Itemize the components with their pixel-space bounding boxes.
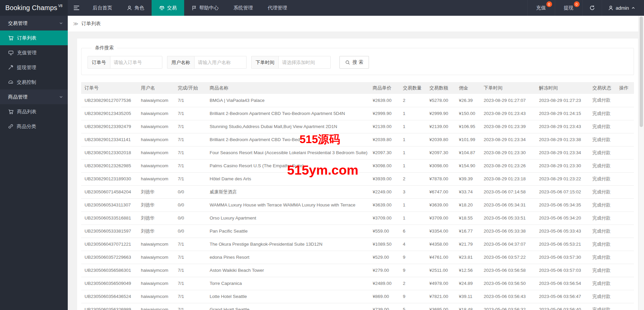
sidebar-item-trade-control[interactable]: 交易控制 xyxy=(0,75,68,89)
table-row: UB2308290127077536haiwaiymcom7/1BMGA | V… xyxy=(81,94,634,107)
cell-action xyxy=(616,146,634,159)
nav-item-agent[interactable]: 代理管理 xyxy=(260,0,294,16)
cell-qty: 5 xyxy=(399,303,426,310)
cell-done_start: 7/1 xyxy=(174,290,206,303)
cell-commission: ¥18.48 xyxy=(455,303,480,310)
table-row: UB2305060533516881刘德华0/0Orso Luxury Apar… xyxy=(81,211,634,225)
orders-table: 订单号用户名完成/开始商品名称商品单价交易数量交易数额佣金下单时间解冻时间交易状… xyxy=(81,82,634,310)
cell-unit_price: ¥3709.00 xyxy=(369,211,399,225)
order-time-input[interactable] xyxy=(279,56,331,69)
cell-product: Pan Pacific Seattle xyxy=(206,225,369,238)
top-nav: 后台首页角色交易帮助中心系统管理代理管理 xyxy=(85,0,294,16)
nav-item-label: 后台首页 xyxy=(93,5,112,11)
table-row: UB2308290123302018haiwaiymcom7/1Four Sea… xyxy=(81,146,634,159)
cell-qty: 1 xyxy=(399,120,426,133)
cell-status: 完成付款 xyxy=(589,133,616,146)
cell-action xyxy=(616,211,634,225)
cell-unfreeze_time: 2023-05-06 03:56:40 xyxy=(536,303,589,310)
flag-icon xyxy=(192,5,197,11)
cell-unit_price: ¥3939.00 xyxy=(369,172,399,185)
cell-order_time: 2023-05-06 03:56:50 xyxy=(480,277,536,290)
sidebar-item-label: 商品分类 xyxy=(17,123,36,130)
app-logo-version: V8 xyxy=(58,4,63,8)
user-icon xyxy=(608,5,613,11)
withdraw-quick-button[interactable]: 提现0 xyxy=(555,0,582,16)
sidebar-item-product-list[interactable]: 商品列表 xyxy=(0,104,68,119)
cell-qty: 4 xyxy=(399,238,426,251)
sidebar-section-trade-mgmt[interactable]: 交易管理 xyxy=(0,16,68,30)
cell-commission: ¥33.74 xyxy=(455,185,480,198)
cell-product: Grand Hyatt Seattle xyxy=(206,303,369,310)
sidebar-item-withdraw-mgmt[interactable]: 提现管理 xyxy=(0,60,68,75)
cell-status: 完成付款 xyxy=(589,225,616,238)
cell-order_time: 2023-05-06 03:57:22 xyxy=(480,251,536,264)
cell-commission: ¥12.56 xyxy=(455,264,480,277)
cell-unfreeze_time: 2023-05-06 03:57:03 xyxy=(536,264,589,277)
cell-done_start: 7/1 xyxy=(174,146,206,159)
cell-amount: ¥6747.00 xyxy=(426,185,455,198)
table-row: UB2305060534311307刘德华0/0WAMMA Luxury Hou… xyxy=(81,198,634,211)
cell-product: 威廉斯堡酒店 xyxy=(206,185,369,198)
cell-unit_price: ¥2249.00 xyxy=(369,185,399,198)
cell-qty: 1 xyxy=(399,146,426,159)
cell-order_time: 2023-05-06 03:56:32 xyxy=(480,303,536,310)
cell-commission: ¥18.55 xyxy=(455,211,480,225)
user-menu[interactable]: admin xyxy=(602,0,642,16)
cell-qty: 2 xyxy=(399,172,426,185)
vertical-scrollbar[interactable] xyxy=(638,16,644,310)
col-header-done_start: 完成/开始 xyxy=(174,82,206,94)
col-header-order_time: 下单时间 xyxy=(480,82,536,94)
cell-amount: ¥3695.00 xyxy=(426,303,455,310)
scrollbar-thumb[interactable] xyxy=(640,16,643,127)
nav-item-system[interactable]: 系统管理 xyxy=(226,0,260,16)
cell-commission: ¥16.77 xyxy=(455,225,480,238)
sidebar-item-order-list[interactable]: 订单列表 xyxy=(0,30,68,45)
username-input[interactable] xyxy=(195,56,247,69)
col-header-username: 用户名 xyxy=(138,82,174,94)
cell-order_no: UB2305060357229663 xyxy=(81,251,138,264)
cell-action xyxy=(616,185,634,198)
chevron-down-icon xyxy=(59,95,63,99)
cell-status: 完成付款 xyxy=(589,172,616,185)
order-no-input[interactable] xyxy=(110,56,162,69)
search-button[interactable]: 搜 索 xyxy=(339,56,369,69)
sidebar-item-label: 交易控制 xyxy=(17,79,36,85)
cell-order_no: UB2305060356436524 xyxy=(81,290,138,303)
cell-action xyxy=(616,172,634,185)
sidebar-item-recharge-mgmt[interactable]: 充值管理 xyxy=(0,45,68,60)
cell-status: 完成付款 xyxy=(589,251,616,264)
sidebar-section-product-mgmt[interactable]: 商品管理 xyxy=(0,89,68,104)
cell-order_no: UB2305060714584204 xyxy=(81,185,138,198)
sidebar-toggle-button[interactable] xyxy=(68,0,85,16)
cell-commission: ¥150.00 xyxy=(455,107,480,120)
nav-item-label: 系统管理 xyxy=(233,5,253,11)
app-logo[interactable]: Booking ChampsV8 xyxy=(0,0,68,16)
nav-item-label: 帮助中心 xyxy=(199,5,219,11)
refresh-button[interactable] xyxy=(582,0,602,16)
nav-item-help[interactable]: 帮助中心 xyxy=(184,0,226,16)
cell-action xyxy=(616,251,634,264)
cell-done_start: 0/0 xyxy=(174,211,206,225)
cell-order_no: UB2308290123392479 xyxy=(81,120,138,133)
cell-qty: 9 xyxy=(399,290,426,303)
cell-username: haiwaiymcom xyxy=(138,277,174,290)
cell-username: haiwaiymcom xyxy=(138,133,174,146)
cell-unit_price: ¥2039.80 xyxy=(369,133,399,146)
cell-order_no: UB2308290123262985 xyxy=(81,159,138,172)
cell-unit_price: ¥869.00 xyxy=(369,290,399,303)
sidebar-item-product-category[interactable]: 商品分类 xyxy=(0,119,68,134)
cell-order_no: UB2305060356326989 xyxy=(81,303,138,310)
cell-status: 完成付款 xyxy=(589,264,616,277)
cell-amount: ¥2999.90 xyxy=(426,107,455,120)
nav-item-trade[interactable]: 交易 xyxy=(152,0,184,16)
cell-unit_price: ¥2999.90 xyxy=(369,107,399,120)
recharge-quick-button[interactable]: 充值0 xyxy=(527,0,555,16)
cell-commission: ¥101.99 xyxy=(455,133,480,146)
cell-status: 完成付款 xyxy=(589,159,616,172)
col-header-status: 交易状态 xyxy=(589,82,616,94)
cell-unfreeze_time: 2023-08-29 01:23:30 xyxy=(536,159,589,172)
nav-item-home[interactable]: 后台首页 xyxy=(85,0,119,16)
cell-order_time: 2023-08-29 01:23:34 xyxy=(480,133,536,146)
nav-item-role[interactable]: 角色 xyxy=(119,0,152,16)
table-row: UB2305060356509049haiwaiymcom7/1Torre Ca… xyxy=(81,277,634,290)
